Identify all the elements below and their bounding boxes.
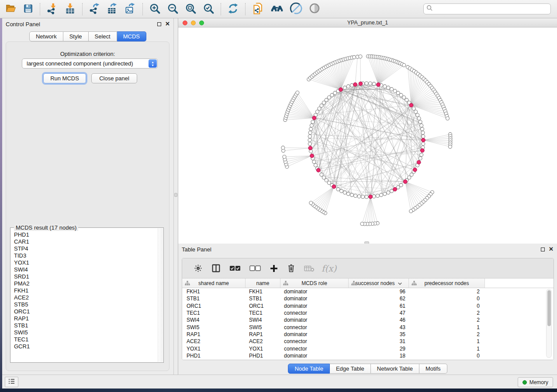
mcds-result-item[interactable]: TID3 [14, 252, 155, 259]
table-row[interactable]: FKH1FKH1dominator962 [182, 288, 554, 295]
vertical-splitter[interactable] [174, 18, 178, 375]
table-row[interactable]: PHD1PHD1dominator180 [182, 352, 554, 359]
table-scrollbar[interactable] [546, 289, 552, 358]
open-file-button[interactable] [3, 2, 19, 16]
cell-MCDS-role: connector [280, 346, 349, 352]
save-session-button[interactable] [21, 2, 36, 16]
run-mcds-button[interactable]: Run MCDS [43, 73, 86, 83]
import-network-button[interactable] [44, 2, 60, 17]
tab-network[interactable]: Network [29, 31, 63, 41]
table-row[interactable]: SWI5SWI5connector431 [182, 323, 554, 330]
delete-column-button[interactable] [286, 263, 296, 274]
cell-successor-nodes: 47 [349, 310, 409, 316]
scrollbar-thumb[interactable] [547, 290, 551, 326]
table-row[interactable]: ACE2ACE2connector311 [182, 338, 554, 345]
table-settings-button[interactable] [193, 263, 204, 274]
tab-style[interactable]: Style [63, 31, 89, 41]
export-network-button[interactable] [86, 2, 103, 17]
search-icon [426, 5, 433, 13]
control-panel-header: Control Panel ✕ [2, 18, 173, 30]
mcds-result-item[interactable]: SRD1 [14, 273, 155, 280]
network-window: YPA_prune.txt_1 [178, 18, 557, 244]
mcds-result-item[interactable]: SWI5 [14, 329, 155, 336]
column-header-MCDS-role[interactable]: MCDS role [280, 279, 349, 288]
table-row[interactable]: RAP1RAP1dominator352 [182, 331, 554, 338]
mcds-result-item[interactable]: SWI4 [14, 266, 155, 273]
birds-eye-button[interactable] [306, 1, 323, 17]
mcds-result-item[interactable]: CAR1 [14, 238, 155, 245]
memory-button[interactable]: Memory [518, 377, 553, 387]
refresh-view-button[interactable] [225, 2, 241, 17]
mcds-result-item[interactable]: PMA2 [14, 280, 155, 287]
search-field[interactable] [423, 3, 551, 14]
mcds-result-item[interactable]: GCR1 [14, 343, 155, 350]
refresh-icon [227, 3, 239, 16]
float-panel-icon[interactable] [157, 22, 161, 26]
mcds-result-item[interactable]: PHD1 [14, 231, 155, 238]
mcds-result-item[interactable]: ORC1 [14, 308, 155, 315]
splitter-handle[interactable] [174, 193, 177, 197]
search-input[interactable] [433, 5, 548, 13]
deselect-all-button[interactable] [249, 265, 262, 272]
table-row[interactable]: TEC1TEC1connector472 [182, 309, 554, 316]
mcds-result-item[interactable]: STB5 [14, 301, 155, 308]
tab-node-table[interactable]: Node Table [288, 364, 330, 374]
zoom-in-button[interactable] [147, 2, 163, 17]
select-all-button[interactable] [228, 265, 242, 272]
export-table-button[interactable] [104, 2, 121, 17]
minimize-window-icon[interactable] [191, 21, 196, 25]
tab-select[interactable]: Select [89, 31, 117, 41]
mcds-result-item[interactable]: TEC1 [14, 336, 155, 343]
mcds-result-item[interactable]: FKH1 [14, 287, 155, 294]
mcds-result-item[interactable]: RAP1 [14, 315, 155, 322]
result-scrollbar[interactable] [158, 228, 163, 362]
table-row[interactable]: YOX1YOX1connector291 [182, 345, 554, 352]
clone-network-button[interactable] [249, 1, 266, 17]
network-graph[interactable] [178, 28, 557, 243]
add-column-button[interactable] [269, 263, 279, 274]
open-folder-icon [5, 3, 17, 15]
table-row[interactable]: STB1STB1dominator620 [182, 295, 554, 302]
close-panel-button[interactable]: Close panel [91, 73, 137, 83]
tab-motifs[interactable]: Motifs [419, 364, 447, 374]
export-image-button[interactable] [122, 2, 138, 17]
mcds-result-item[interactable]: YOX1 [14, 259, 155, 266]
table-row[interactable]: ORC1ORC1dominator610 [182, 303, 554, 309]
network-window-titlebar[interactable]: YPA_prune.txt_1 [178, 18, 557, 28]
style-eye-icon [290, 2, 302, 16]
maximize-window-icon[interactable] [199, 21, 204, 25]
mcds-result-item[interactable]: ACE2 [14, 294, 155, 301]
close-window-icon[interactable] [183, 21, 187, 25]
optimization-criterion-select[interactable]: largest connected component (undirected)… [22, 58, 158, 69]
close-panel-icon[interactable]: ✕ [549, 247, 554, 251]
clone-network-icon [252, 2, 264, 16]
float-panel-icon[interactable] [541, 248, 545, 251]
main-toolbar [0, 0, 557, 18]
mcds-result-item[interactable]: STB1 [14, 322, 155, 329]
column-header-successor-nodes[interactable]: successor nodes [349, 279, 409, 288]
tab-mcds[interactable]: MCDS [117, 31, 146, 41]
tab-network-table[interactable]: Network Table [371, 364, 419, 374]
attribute-tree-icon [412, 281, 417, 287]
zoom-fit-button[interactable] [183, 2, 199, 17]
column-header-shared-name[interactable]: shared name [182, 279, 246, 288]
table-row[interactable]: SWI4SWI4dominator462 [182, 316, 554, 323]
find-button[interactable] [268, 1, 286, 17]
mcds-result-item[interactable]: STP4 [14, 245, 155, 252]
cell-shared-name: SWI4 [182, 317, 246, 323]
column-header-predecessor-nodes[interactable]: predecessor nodes [409, 279, 485, 288]
zoom-in-icon [149, 3, 161, 16]
ui-settings-button[interactable] [5, 377, 18, 387]
network-canvas[interactable] [178, 28, 557, 243]
app-window: Control Panel ✕ NetworkStyleSelectMCDS O… [0, 0, 557, 392]
show-style-button[interactable] [287, 1, 304, 17]
cell-name: TEC1 [246, 310, 280, 316]
column-header-name[interactable]: name [246, 279, 280, 288]
tab-edge-table[interactable]: Edge Table [330, 364, 371, 374]
import-table-button[interactable] [62, 2, 78, 17]
close-panel-icon[interactable]: ✕ [165, 22, 170, 26]
toggle-panes-button[interactable] [211, 263, 221, 274]
zoom-selected-button[interactable] [201, 2, 217, 17]
zoom-out-button[interactable] [165, 2, 181, 17]
cell-successor-nodes: 43 [349, 324, 409, 330]
